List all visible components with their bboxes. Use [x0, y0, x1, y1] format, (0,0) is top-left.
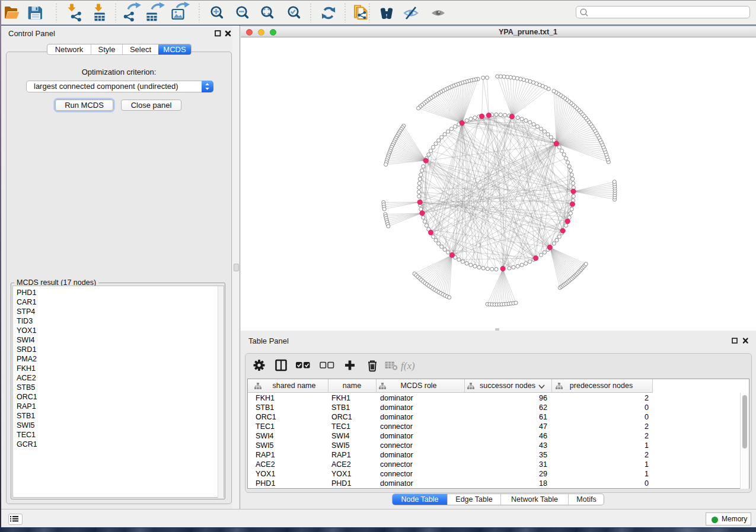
svg-text:f(x): f(x)	[401, 360, 415, 371]
